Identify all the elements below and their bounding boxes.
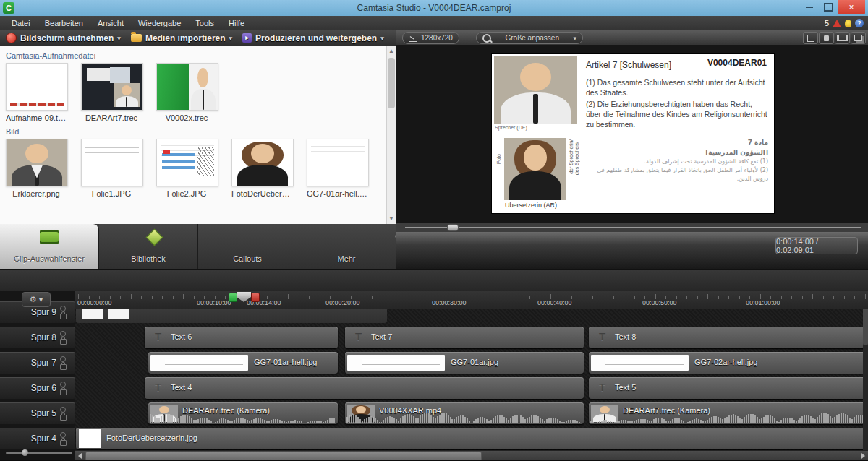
track-header-spur-7[interactable]: Spur 7 [0,352,75,374]
tab-gem-icon [145,228,163,246]
lock-icon[interactable] [60,415,67,421]
track-toggle-icon[interactable] [60,356,66,362]
clip-gg7-01ar-hell-jpg[interactable]: GG7-01ar-hell.jpg [148,352,338,374]
panel-tabs: Clip-AuswahlfensterBibliothekCallouts▾Me… [0,224,396,269]
tab-bibliothek[interactable]: Bibliothek [99,224,198,269]
lock-icon[interactable] [60,339,67,345]
track-toggle-icon[interactable] [60,407,66,413]
close-button[interactable]: × [838,0,865,14]
menu-wiedergabe[interactable]: Wiedergabe [131,19,188,27]
tracks-mini-slider[interactable] [6,452,72,454]
bin-item[interactable]: GG7-01ar-hell.jpg [307,139,367,198]
menu-ansicht[interactable]: Ansicht [90,19,131,27]
record-screen-button[interactable]: Bildschirm aufnehmen ▾ [6,33,121,43]
detach-button[interactable] [835,32,850,44]
import-media-button[interactable]: Medien importieren ▾ [131,33,232,43]
notifications-icon[interactable] [833,20,841,27]
clip-v0004xxar-mp4[interactable]: V0004XXAR.mp4 [345,402,584,424]
translator-caption: Übersetzerin (AR) [505,202,557,209]
bin-item[interactable]: Folie2.JPG [156,139,217,198]
clip-text-5[interactable]: TText 5 [589,377,863,399]
clip-text-4[interactable]: TText 4 [145,377,584,399]
menu-bar: DateiBearbeitenAnsichtWiedergabeToolsHil… [0,16,868,30]
tracks-mini-slider-handle[interactable] [22,449,28,456]
bin-scroll-thumb[interactable] [388,58,395,108]
timeline-hscrollbar[interactable] [75,450,868,460]
canvas-dimensions-button[interactable]: 1280x720 [402,32,459,44]
clip-gg7-01ar-jpg[interactable]: GG7-01ar.jpg [345,352,584,374]
clip-text-7[interactable]: TText 7 [345,327,584,348]
ruler-label: 00:01:00:00 [746,299,780,306]
tab-callouts[interactable]: Callouts [198,224,297,269]
clip-thumbnail [79,429,101,448]
menu-hilfe[interactable]: Hilfe [221,19,252,27]
clip-dearart7-trec-kamera-[interactable]: DEARArt7.trec (Kamera) [148,402,338,424]
magnifier-icon [482,34,491,43]
timeline-ruler[interactable]: 00:00:00:0000:00:10:0000:00:14:0000:00:2… [75,291,868,309]
produce-share-button[interactable]: ▸ Produzieren und weitergeben ▾ [242,33,384,43]
ruler-tick [446,294,446,299]
tab-mehr[interactable]: ▾Mehr [297,224,396,269]
clip-gg7-02ar-hell-jpg[interactable]: GG7-02ar-hell.jpg [589,352,863,374]
document-id: V0004DEAR01 [707,58,767,68]
track-toggle-icon[interactable] [60,331,66,337]
menu-datei[interactable]: Datei [4,19,38,27]
menu-tools[interactable]: Tools [188,19,221,27]
clip-text-8[interactable]: TText 8 [589,327,863,348]
track-toggle-icon[interactable] [60,432,66,438]
menu-bearbeiten[interactable]: Bearbeiten [38,19,90,27]
title-bar: C Camtasia Studio - V0004DEAR.camproj × [0,0,868,17]
selection-out-handle[interactable] [251,293,260,302]
selection-in-handle[interactable] [229,293,237,302]
minimize-button[interactable] [800,0,819,14]
track-header-spur-5[interactable]: Spur 5 [0,402,75,424]
crop-button[interactable] [803,32,818,44]
person-figure [504,138,566,200]
preview-toolbar: 1280x720 Größe anpassen ▾ [396,30,868,46]
lock-icon[interactable] [60,364,67,370]
track-toggle-icon[interactable] [60,306,66,311]
bin-item-label: GG7-01ar-hell.jpg [307,189,367,198]
bin-item[interactable]: V0002x.trec [156,63,217,122]
bin-row: Aufnahme-09.trecDEARArt7.trecV0002x.trec [6,63,391,122]
face [122,85,132,95]
bin-section: BildErklaerer.pngFolie1.JPGFolie2.JPGFot… [0,122,396,198]
vscroll-thumb[interactable] [863,302,868,345]
bin-item[interactable]: DEARArt7.trec [81,63,142,122]
float-button[interactable] [851,32,866,44]
ruler-tick [488,296,488,299]
bin-item[interactable]: Erklaerer.png [6,139,67,198]
clip-dearart7-trec-kamera-[interactable]: DEARArt7.trec (Kamera) [589,402,863,424]
pan-button[interactable] [819,32,834,44]
track-header-spur-4[interactable]: Spur 4 [0,428,75,449]
bin-scroll-up-icon[interactable]: ▲ [386,46,396,56]
help-icon[interactable]: ? [855,19,864,27]
track-options-button[interactable]: ⚙ ▾ [22,292,51,307]
bin-scroll-down-icon[interactable]: ▼ [386,214,396,224]
lock-icon[interactable] [60,440,67,446]
preview-canvas[interactable]: Sprecher (DE) V0004DEAR01 Artikel 7 [Sch… [492,54,774,213]
track-toggle-icon[interactable] [60,382,66,387]
track-name: Spur 7 [31,358,56,368]
bin-item[interactable]: Aufnahme-09.trec [6,63,67,122]
track-header-spur-6[interactable]: Spur 6 [0,377,75,399]
tips-icon[interactable] [845,20,851,27]
seek-handle[interactable] [447,224,459,231]
tie [533,94,538,124]
speaker-photo [494,56,577,124]
zoom-fit-dropdown[interactable]: Größe anpassen ▾ [476,32,583,44]
seek-track[interactable] [405,227,861,228]
maximize-button[interactable] [819,0,838,14]
bin-item[interactable]: Folie1.JPG [81,139,142,198]
bin-thumbnail [81,63,143,111]
shoulders [509,171,561,200]
lock-icon[interactable] [60,389,67,395]
bin-item[interactable]: FotoDerUebersetz... [231,139,292,198]
track-headers: Spur 9Spur 8Spur 7Spur 6Spur 5Spur 4 [0,291,75,450]
tab-clip-auswahlfenster[interactable]: Clip-Auswahlfenster [0,224,99,269]
lock-icon[interactable] [60,314,67,319]
camera-box [114,83,140,107]
clip-text-6[interactable]: TText 6 [145,327,338,348]
clip-fotoderuebersetzerin-jpg[interactable]: FotoDerUebersetzerin.jpg [76,428,863,449]
track-header-spur-8[interactable]: Spur 8 [0,327,75,348]
